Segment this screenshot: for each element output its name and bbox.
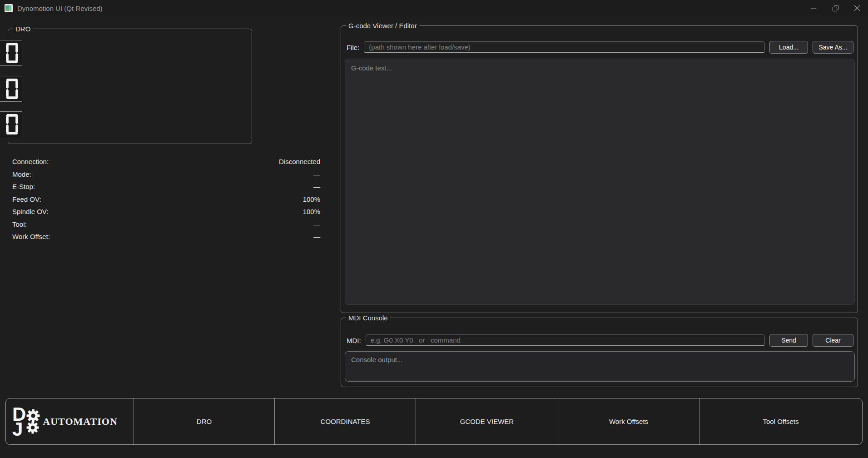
mdi-group-title: MDI Console bbox=[346, 314, 390, 322]
restore-button[interactable] bbox=[824, 0, 846, 16]
gear-icons bbox=[26, 409, 40, 434]
logo-letters: D J bbox=[12, 407, 26, 437]
status-label: Feed OV: bbox=[12, 195, 41, 203]
window-controls bbox=[803, 0, 868, 16]
mdi-row: MDI: Send Clear bbox=[347, 334, 853, 347]
status-value: — bbox=[313, 170, 320, 178]
dro-row-y: Y bbox=[13, 76, 26, 102]
tab-work-offsets[interactable]: Work Offsets bbox=[558, 398, 699, 444]
clear-button[interactable]: Clear bbox=[813, 334, 853, 347]
dro-row-x: X bbox=[13, 40, 26, 66]
send-button[interactable]: Send bbox=[769, 334, 808, 347]
logo-wordmark: AUTOMATION bbox=[43, 416, 117, 428]
status-row-connection: Connection: Disconnected bbox=[12, 155, 320, 168]
status-value: 100% bbox=[303, 195, 320, 203]
status-value: — bbox=[313, 220, 320, 228]
status-label: E-Stop: bbox=[12, 183, 35, 190]
status-label: Tool: bbox=[12, 220, 27, 228]
window-title: Dynomotion UI (Qt Revised) bbox=[17, 5, 103, 12]
status-row-work-offset: Work Offset: — bbox=[12, 230, 320, 243]
status-value: 100% bbox=[303, 208, 320, 215]
titlebar: Dynomotion UI (Qt Revised) bbox=[0, 0, 868, 16]
dro-display-x bbox=[0, 40, 22, 66]
tab-tool-offsets[interactable]: Tool Offsets bbox=[699, 398, 862, 444]
status-value: — bbox=[313, 183, 320, 190]
save-as-button[interactable]: Save As... bbox=[813, 41, 853, 54]
dro-row-z: Z bbox=[13, 111, 26, 137]
gcode-group: G-code Viewer / Editor File: Load... Sav… bbox=[341, 25, 858, 313]
gcode-file-row: File: Load... Save As... bbox=[347, 41, 853, 54]
dro-display-z bbox=[0, 111, 22, 137]
status-row-feed-ov: Feed OV: 100% bbox=[12, 193, 320, 206]
file-label: File: bbox=[347, 44, 359, 51]
status-label: Mode: bbox=[12, 170, 31, 178]
status-label: Spindle OV: bbox=[12, 208, 49, 215]
status-row-estop: E-Stop: — bbox=[12, 180, 320, 193]
dj-automation-logo: D J bbox=[12, 407, 118, 437]
load-button[interactable]: Load... bbox=[769, 41, 808, 54]
mdi-console-group: MDI Console MDI: Send Clear bbox=[341, 318, 858, 387]
app-icon bbox=[5, 4, 13, 12]
status-row-mode: Mode: — bbox=[12, 168, 320, 181]
dro-display-y bbox=[0, 76, 22, 102]
console-output[interactable] bbox=[345, 351, 855, 382]
restore-icon bbox=[833, 5, 838, 11]
status-label: Connection: bbox=[12, 158, 49, 165]
minimize-icon bbox=[811, 5, 816, 11]
mdi-label: MDI: bbox=[347, 337, 361, 344]
status-value: Disconnected bbox=[279, 158, 320, 165]
gcode-group-title: G-code Viewer / Editor bbox=[346, 22, 419, 30]
status-list: Connection: Disconnected Mode: — E-Stop:… bbox=[12, 155, 320, 243]
dro-group-title: DRO bbox=[13, 25, 33, 33]
dro-group: DRO X Y Z bbox=[8, 29, 252, 144]
tab-coordinates[interactable]: COORDINATES bbox=[274, 398, 416, 444]
logo-cell: D J bbox=[6, 398, 134, 444]
status-label: Work Offset: bbox=[12, 233, 50, 240]
file-path-input[interactable] bbox=[364, 41, 765, 53]
mdi-input[interactable] bbox=[366, 334, 765, 346]
gcode-editor[interactable] bbox=[345, 59, 855, 305]
tab-dro[interactable]: DRO bbox=[134, 398, 274, 444]
close-button[interactable] bbox=[846, 0, 868, 16]
status-row-tool: Tool: — bbox=[12, 218, 320, 231]
close-icon bbox=[854, 5, 860, 11]
minimize-button[interactable] bbox=[803, 0, 824, 16]
gear-icon bbox=[26, 409, 40, 423]
gear-icon bbox=[26, 421, 39, 434]
status-row-spindle-ov: Spindle OV: 100% bbox=[12, 205, 320, 218]
tab-gcode-viewer[interactable]: GCODE VIEWER bbox=[416, 398, 558, 444]
status-value: — bbox=[313, 233, 320, 240]
bottom-navbar: D J bbox=[5, 398, 863, 445]
